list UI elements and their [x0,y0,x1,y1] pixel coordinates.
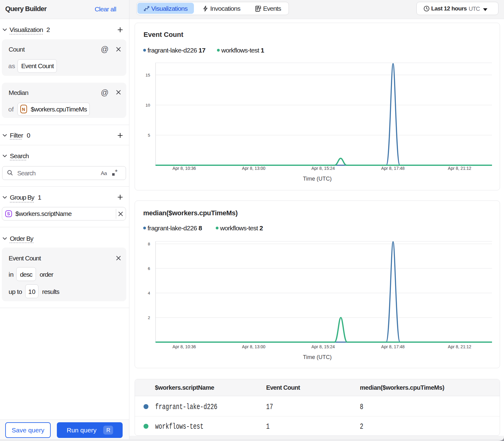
svg-text:Apr 8, 10:36: Apr 8, 10:36 [172,344,196,349]
svg-text:Apr 8, 17:48: Apr 8, 17:48 [381,344,404,349]
svg-text:Apr 8, 21:12: Apr 8, 21:12 [448,344,471,349]
svg-text:4: 4 [148,291,150,295]
svg-text:2: 2 [148,315,150,320]
svg-text:Apr 8, 13:00: Apr 8, 13:00 [242,344,265,349]
svg-text:Apr 8, 10:36: Apr 8, 10:36 [172,166,196,171]
svg-text:Apr 8, 13:00: Apr 8, 13:00 [242,166,265,171]
svg-text:Apr 8, 15:24: Apr 8, 15:24 [311,344,335,349]
svg-text:Apr 8, 15:24: Apr 8, 15:24 [311,166,335,171]
svg-text:*: * [115,169,118,176]
svg-text:5: 5 [148,133,150,137]
svg-text:Time (UTC): Time (UTC) [303,354,331,360]
svg-text:Apr 8, 21:12: Apr 8, 21:12 [448,166,471,171]
svg-text:Apr 8, 17:48: Apr 8, 17:48 [381,166,404,171]
svg-text:8: 8 [148,242,150,246]
svg-text:Time (UTC): Time (UTC) [303,176,331,182]
svg-text:6: 6 [148,266,150,271]
svg-text:15: 15 [145,72,150,77]
svg-text:10: 10 [145,103,150,107]
